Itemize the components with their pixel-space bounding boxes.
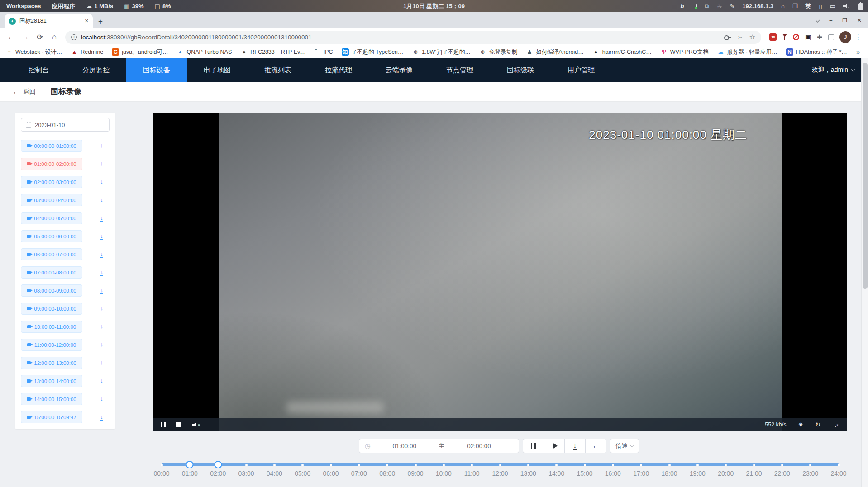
- windows-tray-icon[interactable]: ❐: [792, 3, 798, 9]
- system-clock[interactable]: 1月10日 星期二 15：09: [403, 2, 465, 10]
- segment-download-icon[interactable]: ↓: [100, 287, 104, 294]
- battery-tray-icon[interactable]: [857, 1, 863, 11]
- bookmark-item[interactable]: ⊕ 1.8W字|了不起的…: [412, 48, 470, 56]
- screenshot-tray-icon[interactable]: [692, 4, 697, 9]
- nav-item[interactable]: 电子地图: [187, 58, 248, 82]
- cpu-usage-indicator[interactable]: ▥ 39%: [124, 3, 143, 9]
- bookmark-item[interactable]: Ψ WVP-PRO文档: [660, 48, 709, 56]
- bookmark-item[interactable]: ♟ 如何编译Android…: [526, 48, 584, 56]
- address-bar[interactable]: localhost:38080/#/gbRecordDetail/3402000…: [65, 31, 761, 44]
- segment-download-icon[interactable]: ↓: [100, 378, 104, 384]
- seek-back-button[interactable]: ←: [585, 439, 606, 453]
- bookmark-item[interactable]: N HDAtmos :: 种子 *…: [786, 48, 847, 56]
- segment-download-icon[interactable]: ↓: [100, 305, 104, 312]
- bookmark-item[interactable]: ▲ Redmine: [71, 48, 103, 56]
- nav-item[interactable]: 用户管理: [551, 58, 611, 82]
- window-close-button[interactable]: ✕: [857, 17, 862, 24]
- bookmark-item[interactable]: 知 了不起的 TypeScri…: [342, 48, 404, 56]
- segment-download-icon[interactable]: ↓: [100, 161, 104, 167]
- download-button[interactable]: ↓: [564, 439, 586, 453]
- extensions-puzzle-icon[interactable]: ✚: [817, 33, 822, 41]
- recording-segment-button[interactable]: 10:00:00-11:00:00: [21, 321, 82, 333]
- nav-item[interactable]: 分屏监控: [66, 58, 126, 82]
- playback-speed-dropdown[interactable]: 倍速: [610, 439, 639, 453]
- share-icon[interactable]: ➢: [738, 34, 743, 41]
- play-button[interactable]: [544, 439, 565, 453]
- segment-download-icon[interactable]: ↓: [100, 269, 104, 276]
- reload-button[interactable]: ⟳: [33, 31, 46, 43]
- segment-download-icon[interactable]: ↓: [100, 215, 104, 222]
- nav-item[interactable]: 节点管理: [429, 58, 490, 82]
- segment-download-icon[interactable]: ↓: [100, 197, 104, 203]
- nav-item[interactable]: 拉流代理: [308, 58, 369, 82]
- bookmark-item[interactable]: ⊕ 免登录复制: [479, 48, 518, 56]
- forward-button[interactable]: →: [19, 31, 32, 43]
- display-tray-icon[interactable]: ▭: [830, 3, 835, 9]
- js-extension-icon[interactable]: JS: [769, 33, 777, 41]
- phone-tray-icon[interactable]: ▯: [819, 3, 822, 9]
- bookmark-item[interactable]: ☁ 服务器 - 轻量应用…: [717, 48, 777, 56]
- video-surface[interactable]: 2023-01-10 01:00:00 星期二: [219, 113, 782, 431]
- site-info-icon[interactable]: [71, 34, 77, 40]
- nav-item[interactable]: 云端录像: [369, 58, 429, 82]
- recording-segment-button[interactable]: 05:00:00-06:00:00: [21, 230, 82, 242]
- timeline-handle[interactable]: [186, 461, 194, 468]
- segment-download-icon[interactable]: ↓: [100, 233, 104, 240]
- recording-segment-button[interactable]: 06:00:00-07:00:00: [21, 248, 82, 260]
- segment-download-icon[interactable]: ↓: [100, 359, 104, 366]
- segment-download-icon[interactable]: ↓: [100, 323, 104, 330]
- mute-speaker-icon[interactable]: ×: [192, 422, 200, 427]
- blocker-extension-icon[interactable]: [793, 34, 799, 40]
- nav-item[interactable]: 国标级联: [490, 58, 551, 82]
- timeline-handle[interactable]: [214, 461, 222, 468]
- wine-extension-icon[interactable]: [782, 34, 787, 41]
- snapshot-shutter-icon[interactable]: ✷: [798, 421, 804, 428]
- bookmark-item[interactable]: ● RFC2833 – RTP Ev…: [240, 48, 306, 56]
- applications-menu[interactable]: 应用程序: [52, 2, 75, 10]
- clipboard-tray-icon[interactable]: ⧉: [705, 3, 709, 10]
- segment-download-icon[interactable]: ↓: [100, 414, 104, 421]
- nav-item[interactable]: 控制台: [12, 58, 66, 82]
- ip-address-indicator[interactable]: 192.168.1.3: [742, 3, 773, 9]
- memory-usage-indicator[interactable]: ▤ 8%: [155, 3, 171, 9]
- back-link[interactable]: ← 返回: [13, 88, 36, 96]
- recording-segment-button[interactable]: 03:00:00-04:00:00: [21, 194, 82, 206]
- bookmark-item[interactable]: ◕ QNAP Turbo NAS: [176, 48, 232, 56]
- bookmarks-overflow-chevron[interactable]: »: [856, 48, 863, 56]
- back-button[interactable]: ←: [5, 31, 17, 43]
- time-range-input[interactable]: ◷ 01:00:00 至 02:00:00: [359, 439, 519, 453]
- recording-segment-button[interactable]: 04:00:00-05:00:00: [21, 212, 82, 224]
- recording-segment-button[interactable]: 15:00:00-15:09:47: [21, 411, 82, 423]
- refresh-icon[interactable]: ↻: [815, 421, 820, 428]
- new-tab-button[interactable]: +: [98, 18, 103, 25]
- fullscreen-icon[interactable]: ↔: [831, 420, 840, 429]
- recording-segment-button[interactable]: 00:00:00-01:00:00: [21, 140, 82, 152]
- light-square-extension-icon[interactable]: [828, 34, 834, 40]
- volume-tray-icon[interactable]: [843, 4, 849, 9]
- recording-segment-button[interactable]: 11:00:00-12:00:00: [21, 339, 82, 351]
- recording-segment-button[interactable]: 14:00:00-15:00:00: [21, 393, 82, 405]
- browser-tab[interactable]: ✦ 国标28181 ✕: [5, 14, 93, 28]
- home-button[interactable]: ⌂: [48, 31, 61, 43]
- browser-menu-icon[interactable]: ⋮: [853, 33, 863, 41]
- segment-download-icon[interactable]: ↓: [100, 251, 104, 258]
- dark-square-extension-icon[interactable]: ▣: [805, 33, 811, 41]
- color-picker-tray-icon[interactable]: ✎: [730, 3, 734, 9]
- bookmark-item[interactable]: ≡ Webstack - 设计…: [5, 48, 62, 56]
- recording-segment-button[interactable]: 12:00:00-13:00:00: [21, 357, 82, 369]
- recording-segment-button[interactable]: 02:00:00-03:00:00: [21, 176, 82, 188]
- home-tray-icon[interactable]: ⌂: [781, 3, 785, 9]
- coffee-tray-icon[interactable]: ☕: [717, 3, 722, 9]
- recording-segment-button[interactable]: 07:00:00-08:00:00: [21, 266, 82, 279]
- pause-button[interactable]: [523, 439, 544, 453]
- user-welcome-menu[interactable]: 欢迎，admin: [812, 58, 868, 82]
- tab-search-chevron-icon[interactable]: [816, 18, 820, 23]
- range-start-time[interactable]: 01:00:00: [370, 443, 439, 449]
- page-scrollbar[interactable]: [861, 58, 868, 487]
- input-language-indicator[interactable]: 英: [806, 2, 811, 10]
- window-minimize-button[interactable]: –: [829, 17, 832, 24]
- pause-icon[interactable]: [161, 422, 166, 427]
- network-speed-indicator[interactable]: ☁↓ 1 MB/s: [86, 3, 113, 9]
- bookmark-item[interactable]: IPC: [315, 49, 333, 55]
- date-picker-input[interactable]: 2023-01-10: [21, 118, 110, 132]
